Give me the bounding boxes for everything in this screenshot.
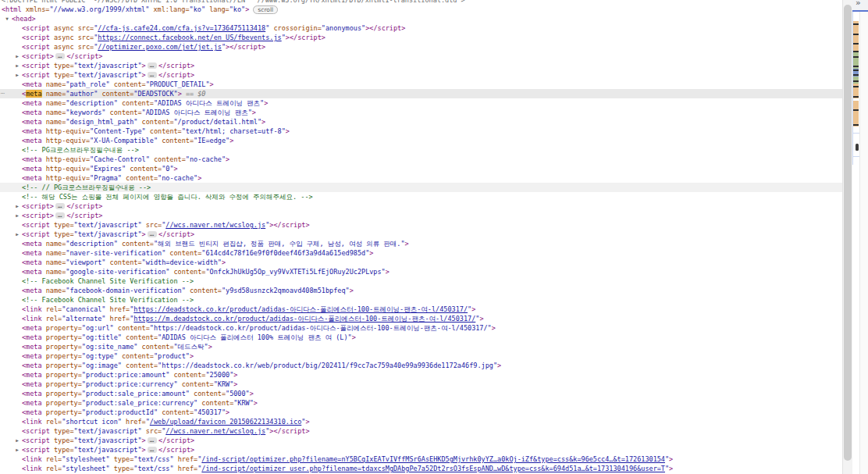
dom-tree-row[interactable]: <meta name="description" content="ADIDAS…: [0, 98, 844, 108]
scroll-marker-tick[interactable]: [853, 96, 859, 98]
attribute-link[interactable]: //cfa-js.cafe24.com/cfa.js?v=17364751134…: [98, 24, 265, 32]
scroll-marker-tick[interactable]: [853, 86, 859, 87]
dom-tree-row[interactable]: <meta name="google-site-verification" co…: [0, 267, 844, 276]
collapsed-content-button[interactable]: …: [55, 212, 65, 219]
dom-tree-row[interactable]: <link rel="alternate" href="https://m.de…: [0, 314, 844, 323]
dom-tree-row[interactable]: <!-- Facebook Channel Site Verification …: [0, 276, 844, 286]
dom-tree-row[interactable]: <meta http-equiv="Cache-Control" content…: [0, 155, 844, 164]
dom-tree-row[interactable]: <link rel="stylesheet" type="text/css" h…: [0, 454, 844, 464]
scroll-marker-block[interactable]: [853, 101, 859, 127]
scroll-marker-tick[interactable]: [853, 74, 859, 76]
expand-arrow-right-icon[interactable]: ▶: [13, 445, 21, 454]
expand-arrow-right-icon[interactable]: ▶: [13, 211, 21, 220]
attribute-link[interactable]: /ind-script/optimizer_user.php?filename=…: [201, 465, 665, 472]
dom-tree-row[interactable]: <meta property="og:title" content="ADIDA…: [0, 333, 844, 342]
expand-arrow-down-icon[interactable]: ▼: [3, 14, 11, 23]
dom-tree-row[interactable]: <meta http-equiv="Pragma" content="no-ca…: [0, 173, 844, 183]
attribute-link[interactable]: //wcs.naver.net/wcslog.js: [165, 221, 265, 229]
collapsed-content-button[interactable]: …: [148, 447, 157, 453]
expand-arrow-right-icon[interactable]: ▶: [13, 436, 21, 445]
dom-tree-row[interactable]: <meta name="viewport" content="width=dev…: [0, 258, 844, 267]
scroll-marker-tick[interactable]: [853, 51, 859, 52]
attribute-link[interactable]: https://deadstock.co.kr/product/adidas-아…: [133, 305, 468, 313]
attribute-link[interactable]: https://connect.facebook.net/en_US/fbeve…: [98, 34, 281, 41]
dom-tree-row[interactable]: ▶<script type="text/javascript">…</scrip…: [0, 70, 844, 80]
vertical-scrollbar[interactable]: [842, 0, 852, 474]
dom-tree-row[interactable]: <!-- PG크로스브라우징필수내용 -->: [0, 145, 844, 155]
scroll-marker-tick[interactable]: [853, 43, 859, 45]
expand-arrow-right-icon[interactable]: ▶: [13, 61, 21, 70]
dom-tree-row[interactable]: ▶<script>…</script>: [0, 211, 844, 220]
dom-tree-row[interactable]: <meta name="design_html_path" content="/…: [0, 117, 844, 127]
scroll-marker-block[interactable]: [853, 21, 859, 52]
more-tabs-icon[interactable]: »: [856, 0, 861, 8]
attribute-link[interactable]: /ind-script/optimizer.php?filename=nY5BC…: [201, 455, 665, 463]
dom-tree-row[interactable]: ▶<script type="text/javascript">…</scrip…: [0, 61, 844, 70]
dom-tree-row[interactable]: <meta property="product:price:amount" co…: [0, 370, 844, 380]
dom-tree-row[interactable]: ▶<script type="text/javascript">…</scrip…: [0, 445, 844, 454]
attribute-link[interactable]: //wcs.naver.net/wcslog.js: [165, 427, 265, 435]
scroll-marker-tick[interactable]: [853, 34, 859, 35]
dom-tree-row[interactable]: <link rel="canonical" href="https://dead…: [0, 305, 844, 314]
dom-tree-row[interactable]: <meta property="product:sale_price:curre…: [0, 398, 844, 408]
dom-tree-row[interactable]: <meta name="naver-site-verification" con…: [0, 248, 844, 258]
dom-tree-row[interactable]: <meta property="og:type" content="produc…: [0, 351, 844, 361]
dom-tree-row[interactable]: <link rel="shortcut icon" href="/web/upl…: [0, 417, 844, 426]
dom-tree-row[interactable]: <meta property="og:image" content="https…: [0, 361, 844, 370]
dom-tree-row[interactable]: <meta property="og:url" content="https:/…: [0, 323, 844, 333]
attribute-link[interactable]: https://m.deadstock.co.kr/product/adidas…: [133, 315, 475, 323]
dom-tree-row[interactable]: <meta name="description" content="해외 브랜드…: [0, 239, 844, 248]
row-markup: <meta property="og:site_name" content="데…: [22, 342, 212, 351]
dom-tree-row[interactable]: <meta property="og:site_name" content="데…: [0, 342, 844, 351]
scroll-marker-tick[interactable]: [853, 109, 859, 111]
dom-tree-row[interactable]: <meta name="keywords" content="ADIDAS 아디…: [0, 108, 844, 117]
attribute-link[interactable]: //optimizer.poxo.com/jet/jet.js: [98, 43, 222, 51]
scroll-badge[interactable]: scroll: [253, 5, 278, 14]
expand-arrow-right-icon[interactable]: ▶: [13, 230, 21, 239]
dom-tree-row[interactable]: ▼<head>: [0, 14, 844, 23]
dom-tree-row[interactable]: ⋯<meta name="author" content="DEADSTOCK"…: [0, 89, 844, 98]
dom-tree-row[interactable]: <meta http-equiv="Content-Type" content=…: [0, 127, 844, 136]
collapsed-content-button[interactable]: …: [148, 437, 157, 444]
dom-tree-row[interactable]: <!-- 해당 CSS는 쇼핑몰 전체 페이지에 영향을 줍니다. 삭제와 수정…: [0, 192, 844, 201]
scroll-marker-tick[interactable]: [853, 69, 859, 71]
dom-tree-row[interactable]: ▶<script type="text/javascript">…</scrip…: [0, 230, 844, 239]
attribute-link[interactable]: /web/upload/favicon_20150622134310.ico: [150, 418, 301, 426]
scroll-marker-tick[interactable]: [853, 56, 859, 58]
dom-tree-row[interactable]: <!-- // PG크로스브라우징필수내용 -->: [0, 183, 844, 192]
expand-arrow-right-icon[interactable]: ▶: [13, 201, 21, 211]
expand-arrow-right-icon[interactable]: ▶: [13, 52, 21, 61]
dom-tree-row[interactable]: <meta name="path_role" content="PRODUCT_…: [0, 80, 844, 89]
dom-tree-row[interactable]: <script async src="//optimizer.poxo.com/…: [0, 42, 844, 52]
scroll-marker-tick[interactable]: [853, 124, 859, 126]
dom-tree-row[interactable]: <script async src="//cfa-js.cafe24.com/c…: [0, 23, 844, 33]
dom-tree-row[interactable]: ▶<script>…</script>: [0, 52, 844, 61]
expand-arrow-right-icon[interactable]: ▶: [13, 70, 21, 80]
dom-tree-row[interactable]: ▶<script type="text/javascript">…</scrip…: [0, 436, 844, 445]
dom-tree-row[interactable]: <meta http-equiv="Expires" content="0">: [0, 164, 844, 173]
dom-tree-row[interactable]: <html xmlns="//www.w3.org/1999/xhtml" xm…: [0, 5, 844, 14]
collapsed-content-button[interactable]: …: [148, 72, 157, 78]
dom-tree-row[interactable]: <meta name="facebook-domain-verification…: [0, 286, 844, 295]
dom-tree-row[interactable]: <!-- Facebook Channel Site Verification …: [0, 295, 844, 305]
dom-tree-row[interactable]: <script type="text/javascript" src="//wc…: [0, 426, 844, 436]
dom-tree[interactable]: <!DOCTYPE html PUBLIC "-//W3C//DTD XHTML…: [0, 0, 844, 473]
collapsed-content-button[interactable]: …: [148, 62, 157, 69]
collapsed-content-button[interactable]: …: [55, 53, 65, 59]
dom-tree-row[interactable]: <meta property="product:productId" conte…: [0, 408, 844, 417]
collapsed-content-button[interactable]: …: [148, 231, 157, 237]
dom-tree-row[interactable]: ▶<script>…</script>: [0, 201, 844, 211]
scrollbar-thumb[interactable]: [844, 5, 852, 461]
dom-tree-row[interactable]: <script type="text/javascript" src="//wc…: [0, 220, 844, 230]
dom-tree-row[interactable]: <meta http-equiv="X-UA-Compatible" conte…: [0, 136, 844, 145]
dom-tree-row[interactable]: <meta property="product:sale_price:amoun…: [0, 389, 844, 398]
scroll-marker-tick[interactable]: [853, 66, 859, 67]
dom-tree-row[interactable]: <link rel="stylesheet" type="text/css" h…: [0, 464, 844, 473]
collapsed-content-button[interactable]: …: [55, 203, 65, 209]
scroll-marker-tick[interactable]: [853, 80, 859, 82]
row-menu-dots-icon[interactable]: ⋯: [1, 89, 4, 98]
attribute-name-token: xmlns=: [22, 5, 50, 13]
dom-tree-row[interactable]: <script async src="https://connect.faceb…: [0, 33, 844, 42]
scroll-marker-tick[interactable]: [853, 23, 859, 25]
dom-tree-row[interactable]: <meta property="product:price:currency" …: [0, 380, 844, 389]
